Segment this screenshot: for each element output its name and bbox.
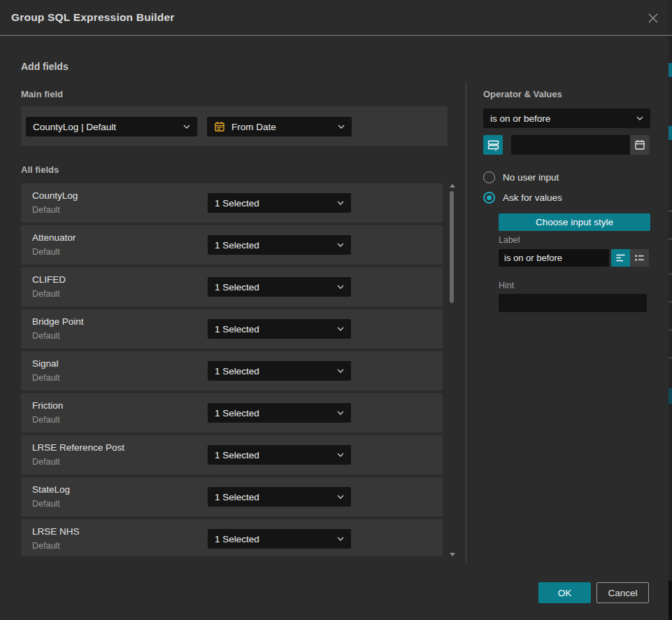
field-name: StateLog xyxy=(32,484,70,495)
chevron-down-icon xyxy=(183,125,190,129)
add-fields-heading: Add fields xyxy=(21,61,69,72)
all-fields-list: CountyLog Default 1 Selected Attenuator … xyxy=(21,183,443,556)
cancel-button[interactable]: Cancel xyxy=(596,582,649,603)
set-values-icon xyxy=(487,139,499,151)
dialog-titlebar: Group SQL Expression Builder xyxy=(0,0,669,36)
hint-input[interactable] xyxy=(499,294,647,312)
field-name: LRSE NHS xyxy=(32,526,80,537)
chevron-down-icon xyxy=(337,285,344,289)
field-selection-dropdown[interactable]: 1 Selected xyxy=(208,235,351,255)
field-name: LRSE Reference Post xyxy=(32,442,124,453)
field-selection-dropdown[interactable]: 1 Selected xyxy=(208,445,351,465)
chevron-down-icon xyxy=(337,411,344,415)
chevron-down-icon xyxy=(337,369,344,373)
scrollbar-up-arrow-icon[interactable] xyxy=(450,184,455,188)
layer-select[interactable]: CountyLog | Default xyxy=(26,117,197,136)
layer-select-value: CountyLog | Default xyxy=(33,122,116,132)
chevron-down-icon xyxy=(338,125,345,129)
field-name: Friction xyxy=(32,400,63,411)
operator-select[interactable]: is on or before xyxy=(483,108,650,128)
field-row-lrse-reference-post: LRSE Reference Post Default 1 Selected xyxy=(21,435,443,474)
field-selection-dropdown[interactable]: 1 Selected xyxy=(208,487,351,507)
main-field-panel: CountyLog | Default From Date xyxy=(21,106,448,146)
field-row-attenuator: Attenuator Default 1 Selected xyxy=(21,225,443,265)
field-name: Signal xyxy=(32,358,59,369)
radio-no-user-input[interactable]: No user input xyxy=(483,171,559,183)
chevron-down-icon xyxy=(337,495,344,499)
field-row-clifed: CLIFED Default 1 Selected xyxy=(21,267,443,307)
choose-input-style-button[interactable]: Choose input style xyxy=(499,213,650,231)
field-selection-dropdown[interactable]: 1 Selected xyxy=(208,529,351,549)
scrollbar-down-arrow-icon[interactable] xyxy=(450,553,455,556)
field-row-lrse-nhs: LRSE NHS Default 1 Selected xyxy=(21,519,443,556)
chevron-down-icon xyxy=(337,537,344,541)
label-input[interactable] xyxy=(499,249,609,267)
field-row-signal: Signal Default 1 Selected xyxy=(21,351,443,390)
field-subtitle: Default xyxy=(32,289,60,299)
dialog-title: Group SQL Expression Builder xyxy=(0,11,175,24)
chevron-down-icon xyxy=(636,116,643,120)
field-subtitle: Default xyxy=(32,247,60,257)
close-button[interactable] xyxy=(645,10,661,26)
background-page-edge xyxy=(669,0,672,620)
chevron-down-icon xyxy=(337,243,344,247)
field-selection-dropdown[interactable]: 1 Selected xyxy=(208,361,351,381)
radio-ask-for-values[interactable]: Ask for values xyxy=(483,192,562,204)
operator-select-value: is on or before xyxy=(490,113,550,124)
field-row-statelog: StateLog Default 1 Selected xyxy=(21,477,443,516)
group-sql-expression-builder-dialog: Group SQL Expression Builder Add fields … xyxy=(0,0,669,620)
label-caption: Label xyxy=(499,235,520,245)
set-values-button[interactable] xyxy=(483,135,503,155)
field-selection-dropdown[interactable]: 1 Selected xyxy=(208,403,351,423)
ok-button[interactable]: OK xyxy=(538,582,591,603)
scrollbar-thumb[interactable] xyxy=(450,191,454,303)
field-name: CountyLog xyxy=(32,190,78,201)
field-row-friction: Friction Default 1 Selected xyxy=(21,393,443,432)
field-subtitle: Default xyxy=(32,499,60,509)
chevron-down-icon xyxy=(337,201,344,205)
chevron-down-icon xyxy=(337,327,344,331)
calendar-icon-white xyxy=(634,139,645,150)
field-subtitle: Default xyxy=(32,457,60,467)
field-selection-dropdown[interactable]: 1 Selected xyxy=(208,277,351,297)
input-style-text-button[interactable] xyxy=(611,249,630,267)
radio-icon xyxy=(483,171,495,183)
field-name: Bridge Point xyxy=(32,316,84,327)
field-row-countylog: CountyLog Default 1 Selected xyxy=(21,183,443,223)
field-subtitle: Default xyxy=(32,205,60,215)
main-field-select[interactable]: From Date xyxy=(207,117,352,136)
chevron-down-icon xyxy=(337,453,344,457)
calendar-picker-button[interactable] xyxy=(630,135,650,155)
field-row-bridge-point: Bridge Point Default 1 Selected xyxy=(21,309,443,348)
field-name: CLIFED xyxy=(32,274,66,285)
main-field-select-value: From Date xyxy=(231,122,276,132)
calendar-icon-gold xyxy=(214,121,225,132)
main-field-label: Main field xyxy=(21,89,63,99)
close-icon xyxy=(647,12,659,24)
hint-caption: Hint xyxy=(499,281,514,290)
align-left-icon xyxy=(615,253,626,263)
field-name: Attenuator xyxy=(32,232,76,243)
field-selection-dropdown[interactable]: 1 Selected xyxy=(208,193,351,213)
bulleted-list-icon xyxy=(634,253,645,263)
date-value-input[interactable] xyxy=(511,135,630,155)
radio-icon-selected xyxy=(483,192,495,204)
all-fields-label: All fields xyxy=(21,164,59,175)
field-subtitle: Default xyxy=(32,331,60,341)
field-subtitle: Default xyxy=(32,541,60,551)
field-subtitle: Default xyxy=(32,373,60,383)
field-subtitle: Default xyxy=(32,415,60,425)
input-style-list-button[interactable] xyxy=(630,249,649,267)
operator-values-label: Operator & Values xyxy=(483,89,562,99)
panel-divider xyxy=(466,83,466,563)
field-selection-dropdown[interactable]: 1 Selected xyxy=(208,319,351,339)
